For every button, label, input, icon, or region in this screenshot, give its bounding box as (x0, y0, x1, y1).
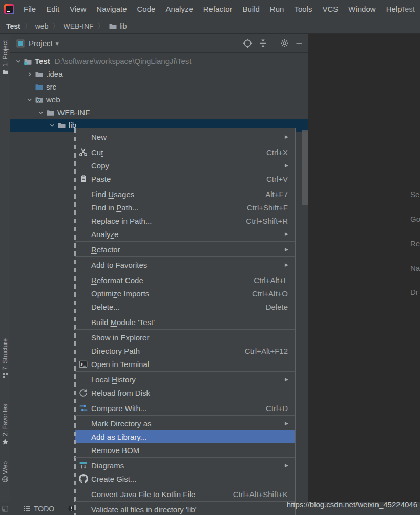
editor-shortcut-hint: Go (410, 214, 420, 223)
menu-vcs[interactable]: VCS (317, 0, 343, 18)
project-tree: TestD:\software\workspace\QingLiangJi\Te… (10, 55, 308, 132)
context-menu-item-copy[interactable]: Copy▶ (75, 159, 295, 172)
menu-item-label: Add as Library... (91, 433, 146, 441)
todo-label: TODO (34, 505, 54, 513)
context-menu-item-reload-from-disk[interactable]: Reload from Disk (75, 386, 295, 399)
menu-window[interactable]: Window (343, 0, 381, 18)
context-menu-item-optimize-imports[interactable]: Optimize ImportsCtrl+Alt+O (75, 287, 295, 300)
tool-stripe-1-project[interactable]: 1: Project (0, 40, 10, 75)
menu-file[interactable]: File (18, 0, 41, 18)
editor-area: SeGoReNaDr (308, 34, 420, 502)
context-menu-item-open-in-terminal[interactable]: Open in Terminal (75, 357, 295, 371)
tree-label: Test (35, 57, 50, 66)
menu-item-shortcut: Delete (266, 303, 288, 311)
context-menu-item-diagrams[interactable]: Diagrams▶ (75, 459, 295, 472)
menu-item-label: Refactor (91, 245, 120, 254)
tool-stripe-web[interactable]: Web (0, 461, 10, 483)
toolwindow-toggle-icon[interactable] (2, 505, 9, 512)
menu-item-label: Replace in Path... (91, 217, 152, 225)
chevron-down-icon[interactable] (47, 122, 57, 129)
settings-icon[interactable] (280, 39, 289, 48)
tree-item-web[interactable]: web (10, 93, 308, 106)
context-menu-item-reformat-code[interactable]: Reformat CodeCtrl+Alt+L (75, 273, 295, 287)
compare-icon (75, 403, 91, 413)
context-menu-item-local-history[interactable]: Local History▶ (75, 373, 295, 386)
menu-item-label: Add to Favorites (91, 261, 147, 269)
project-panel-icon (16, 39, 25, 48)
context-menu-item-show-in-explorer[interactable]: Show in Explorer (75, 331, 295, 344)
editor-shortcut-hint: Na (410, 264, 420, 272)
panel-title[interactable]: Project (29, 39, 53, 48)
context-menu-item-add-to-favorites[interactable]: Add to Favorites▶ (75, 258, 295, 271)
menu-item-shortcut: Ctrl+Shift+F (247, 203, 288, 212)
chevron-down-icon[interactable] (36, 109, 46, 116)
context-menu-item-find-usages[interactable]: Find UsagesAlt+F7 (75, 187, 295, 201)
context-menu-item-build-module-test[interactable]: Build Module 'Test' (75, 315, 295, 329)
tool-stripe-2-favorites[interactable]: 2: Favorites (0, 404, 10, 445)
menu-code[interactable]: Code (132, 0, 161, 18)
menu-edit[interactable]: Edit (41, 0, 65, 18)
menu-build[interactable]: Build (237, 0, 264, 18)
context-menu-item-remove-bom[interactable]: Remove BOM (75, 443, 295, 457)
chevron-down-icon[interactable] (25, 96, 35, 103)
submenu-arrow-icon: ▶ (285, 163, 295, 168)
chevron-down-icon[interactable] (13, 58, 24, 65)
tree-item-test[interactable]: TestD:\software\workspace\QingLiangJi\Te… (10, 55, 308, 68)
menu-item-shortcut: Ctrl+V (266, 175, 288, 183)
context-menu-item-add-as-library[interactable]: Add as Library... (75, 430, 295, 443)
breadcrumb-item-web-inf[interactable]: WEB-INF (63, 22, 93, 30)
tool-stripe-7-structure[interactable]: 7: Structure (0, 338, 10, 379)
folder-icon (57, 121, 69, 130)
menu-item-label: Paste (91, 175, 111, 183)
menu-item-label: Convert Java File to Kotlin File (91, 490, 195, 499)
locate-icon[interactable] (243, 38, 253, 48)
context-menu-item-delete[interactable]: Delete...Delete (75, 300, 295, 313)
menu-item-label: Optimize Imports (91, 289, 149, 298)
menu-tools[interactable]: Tools (289, 0, 317, 18)
breadcrumb-item-lib[interactable]: lib (120, 22, 127, 30)
context-menu-item-convert-java-file-to-kotlin-file[interactable]: Convert Java File to Kotlin FileCtrl+Alt… (75, 487, 295, 501)
tree-item-web-inf[interactable]: WEB-INF (10, 106, 308, 119)
context-menu-item-paste[interactable]: PasteCtrl+V (75, 172, 295, 185)
menu-item-label: New (91, 133, 107, 141)
editor-shortcut-hint: Re (410, 239, 420, 248)
hide-icon[interactable] (295, 39, 303, 48)
stripe-label: 7: Structure (2, 338, 9, 370)
menu-item-label: Mark Directory as (91, 419, 152, 428)
context-menu-item-find-in-path[interactable]: Find in Path...Ctrl+Shift+F (75, 201, 295, 214)
menu-item-label: Find in Path... (91, 203, 139, 212)
context-menu-item-create-gist[interactable]: Create Gist... (75, 472, 295, 485)
context-menu-item-mark-directory-as[interactable]: Mark Directory as▶ (75, 417, 295, 430)
submenu-arrow-icon: ▶ (285, 421, 295, 426)
context-menu-item-analyze[interactable]: Analyze▶ (75, 227, 295, 241)
context-menu-item-refactor[interactable]: Refactor▶ (75, 243, 295, 256)
menu-view[interactable]: View (65, 0, 91, 18)
terminal-icon (75, 360, 91, 369)
menu-refactor[interactable]: Refactor (198, 0, 238, 18)
menu-navigate[interactable]: Navigate (91, 0, 132, 18)
menu-analyze[interactable]: Analyze (160, 0, 198, 18)
structure-icon (2, 372, 9, 379)
context-menu-item-new[interactable]: New▶ (75, 130, 295, 143)
chevron-right-icon[interactable] (25, 71, 35, 78)
tree-item-src[interactable]: src (10, 80, 308, 93)
context-menu-item-compare-with[interactable]: Compare With...Ctrl+D (75, 401, 295, 415)
menu-item-label: Diagrams (91, 461, 124, 470)
context-menu-item-cut[interactable]: CutCtrl+X (75, 145, 295, 159)
menu-item-shortcut: Ctrl+Alt+F12 (245, 347, 288, 355)
watermark-url: https://blog.csdn.net/weixin_45224046 (287, 500, 417, 509)
menu-run[interactable]: Run (265, 0, 289, 18)
tree-item-idea[interactable]: .idea (10, 68, 308, 80)
breadcrumb-item-test[interactable]: Test (6, 22, 20, 30)
context-menu-item-directory-path[interactable]: Directory PathCtrl+Alt+F12 (75, 344, 295, 357)
breadcrumb-item-web[interactable]: web (35, 22, 49, 30)
chevron-down-icon[interactable]: ▼ (55, 41, 60, 47)
diagrams-icon (75, 461, 91, 470)
menu-separator (75, 371, 295, 373)
menu-item-label: Copy (91, 161, 109, 170)
collapse-all-icon[interactable] (259, 39, 267, 48)
context-menu-item-validate-all-files-in-directory-lib[interactable]: Validate all files in directory 'lib' (75, 503, 295, 515)
todo-status-item[interactable]: TODO (23, 505, 54, 513)
context-menu-item-replace-in-path[interactable]: Replace in Path...Ctrl+Shift+R (75, 214, 295, 227)
scrollbar-thumb[interactable] (302, 130, 308, 205)
